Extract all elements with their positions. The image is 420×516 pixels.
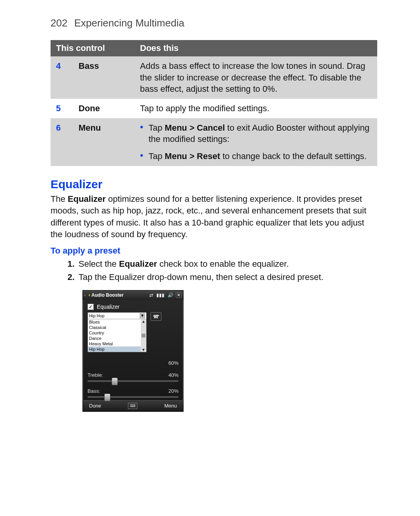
treble-label: Treble: — [88, 372, 103, 378]
row-index: 4 — [51, 56, 73, 99]
device-title: Audio Booster — [91, 292, 124, 298]
bullet: Tap Menu > Reset to change back to the d… — [140, 150, 372, 162]
preset-option[interactable]: Dance — [88, 336, 141, 341]
step: Select the Equalizer check box to enable… — [77, 258, 377, 270]
equalizer-heading: Equalizer — [51, 178, 377, 191]
row-index: 5 — [51, 99, 73, 118]
row-index: 6 — [51, 118, 73, 166]
row-name: Bass — [73, 56, 135, 99]
page-number: 202 — [51, 17, 67, 29]
preset-option[interactable]: Blues — [88, 319, 141, 325]
controls-table: This control Does this 4 Bass Adds a bas… — [51, 40, 377, 166]
row-desc: Adds a bass effect to increase the low t… — [135, 56, 377, 99]
keyboard-icon[interactable]: ⌨ — [128, 403, 137, 409]
step: Tap the Equalizer drop-down menu, then s… — [77, 271, 377, 283]
preset-options[interactable]: Blues Classical Country Dance Heavy Meta… — [88, 319, 141, 352]
steps-list: Select the Equalizer check box to enable… — [51, 258, 377, 283]
done-button[interactable]: Done — [89, 403, 101, 409]
signal-icon: ▮▮▮ — [156, 293, 165, 297]
preset-option[interactable]: Classical — [88, 325, 141, 330]
treble-value: 40% — [168, 372, 178, 378]
menu-button[interactable]: Menu — [164, 403, 177, 409]
scroll-thumb[interactable] — [142, 334, 145, 338]
close-icon[interactable]: × — [176, 292, 182, 298]
connect-icon: ⇄ — [149, 293, 154, 297]
row-name: Done — [73, 99, 135, 118]
preset-dropdown[interactable]: Hip Hop ▼ Blues Classical Country Dance … — [88, 312, 147, 352]
device-screenshot: Audio Booster ⇄ ▮▮▮ 🔊 × ✓ Equalizer Hip … — [82, 290, 184, 412]
equalizer-paragraph: The Equalizer optimizes sound for a bett… — [51, 193, 377, 240]
slider-row: 60% — [88, 360, 178, 366]
page-header: 202 Experiencing Multimedia — [51, 17, 377, 29]
windows-flag-icon — [84, 292, 90, 298]
row-desc: Tap to apply the modified settings. — [135, 99, 377, 118]
row-name: Menu — [73, 118, 135, 166]
scroll-up-icon[interactable]: ▲ — [142, 319, 145, 324]
table-row: 4 Bass Adds a bass effect to increase th… — [51, 56, 377, 99]
bass-value: 20% — [168, 388, 178, 394]
chevron-down-icon[interactable]: ▼ — [140, 313, 145, 318]
graphic-eq-button[interactable] — [150, 312, 161, 321]
th-does: Does this — [135, 40, 377, 56]
treble-slider[interactable] — [88, 380, 178, 382]
slider-value: 60% — [88, 360, 178, 366]
slider-thumb[interactable] — [112, 378, 118, 385]
table-row: 6 Menu Tap Menu > Cancel to exit Audio B… — [51, 118, 377, 166]
bass-slider[interactable] — [88, 396, 178, 398]
slider-thumb[interactable] — [104, 394, 110, 401]
bass-label: Bass: — [88, 388, 100, 394]
equalizer-checkbox[interactable]: ✓ — [88, 304, 94, 310]
preset-option[interactable]: Country — [88, 330, 141, 336]
bullet: Tap Menu > Cancel to exit Audio Booster … — [140, 122, 372, 145]
preset-option[interactable]: Hip Hop — [88, 346, 141, 352]
apply-preset-heading: To apply a preset — [51, 246, 377, 256]
volume-icon: 🔊 — [167, 293, 174, 297]
preset-option[interactable]: Heavy Metal — [88, 341, 141, 346]
device-titlebar: Audio Booster ⇄ ▮▮▮ 🔊 × — [83, 290, 183, 300]
equalizer-checkbox-label: Equalizer — [97, 304, 119, 310]
scroll-down-icon[interactable]: ▼ — [142, 348, 145, 352]
table-row: 5 Done Tap to apply the modified setting… — [51, 99, 377, 118]
scrollbar[interactable]: ▲ ▼ — [141, 319, 146, 352]
th-control: This control — [51, 40, 135, 56]
row-desc: Tap Menu > Cancel to exit Audio Booster … — [135, 118, 377, 166]
preset-selected: Hip Hop — [89, 313, 105, 318]
section-title: Experiencing Multimedia — [74, 17, 184, 29]
